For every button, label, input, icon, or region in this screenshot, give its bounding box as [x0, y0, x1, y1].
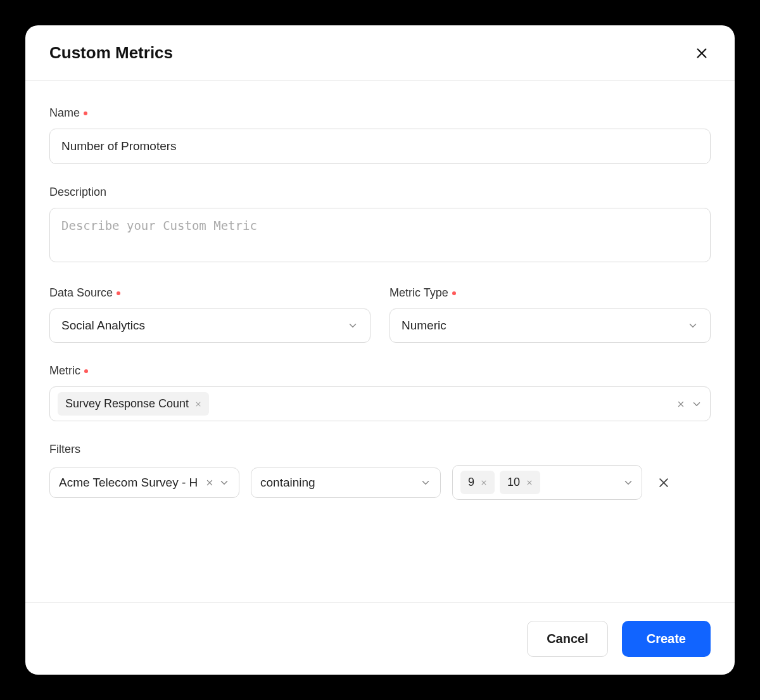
metric-label: Metric — [49, 364, 711, 378]
required-dot-icon — [452, 291, 456, 295]
chevron-down-icon — [691, 398, 702, 410]
clear-icon[interactable] — [206, 479, 213, 487]
name-input[interactable] — [49, 129, 711, 164]
description-input[interactable] — [49, 208, 711, 262]
remove-filter-button[interactable] — [654, 473, 674, 493]
chevron-down-icon — [623, 477, 634, 488]
metric-select[interactable]: Survey Response Count — [49, 386, 711, 421]
close-icon — [657, 476, 670, 489]
name-field: Name — [49, 106, 711, 164]
required-dot-icon — [117, 291, 120, 295]
cancel-button[interactable]: Cancel — [527, 621, 608, 657]
filter-values-select[interactable]: 9 10 — [452, 465, 642, 500]
custom-metrics-modal: Custom Metrics Name Description Data Sou — [25, 25, 735, 675]
create-button[interactable]: Create — [622, 621, 711, 657]
filter-value-chip: 10 — [500, 471, 540, 494]
remove-chip-icon[interactable] — [481, 480, 487, 486]
filter-row: Acme Telecom Survey - H containing 9 — [49, 465, 711, 500]
data-source-select[interactable]: Social Analytics — [49, 309, 370, 343]
remove-chip-icon[interactable] — [195, 401, 201, 407]
close-button[interactable] — [693, 44, 711, 62]
metric-type-label: Metric Type — [390, 286, 711, 300]
clear-all-icon[interactable] — [677, 400, 685, 408]
metric-field: Metric Survey Response Count — [49, 364, 711, 421]
remove-chip-icon[interactable] — [526, 480, 533, 486]
filter-operator-select[interactable]: containing — [251, 468, 441, 498]
modal-body: Name Description Data Source Social Anal… — [25, 81, 735, 602]
filter-value-chip: 9 — [460, 471, 495, 494]
description-label: Description — [49, 186, 711, 199]
required-dot-icon — [84, 111, 87, 115]
modal-title: Custom Metrics — [49, 43, 173, 63]
metric-type-select[interactable]: Numeric — [390, 309, 711, 343]
data-source-label: Data Source — [49, 286, 370, 300]
modal-header: Custom Metrics — [25, 25, 735, 81]
required-dot-icon — [84, 369, 88, 373]
data-source-field: Data Source Social Analytics — [49, 286, 370, 343]
close-icon — [695, 46, 709, 60]
modal-footer: Cancel Create — [25, 602, 735, 675]
filters-field: Filters Acme Telecom Survey - H containi… — [49, 443, 711, 500]
name-label: Name — [49, 106, 711, 120]
metric-type-field: Metric Type Numeric — [390, 286, 711, 343]
chevron-down-icon — [687, 320, 699, 331]
chevron-down-icon — [420, 477, 431, 488]
chevron-down-icon — [218, 477, 230, 488]
filter-field-select[interactable]: Acme Telecom Survey - H — [49, 468, 239, 498]
description-field: Description — [49, 186, 711, 265]
filters-label: Filters — [49, 443, 711, 456]
metric-chip: Survey Response Count — [58, 392, 209, 416]
chevron-down-icon — [347, 320, 358, 331]
